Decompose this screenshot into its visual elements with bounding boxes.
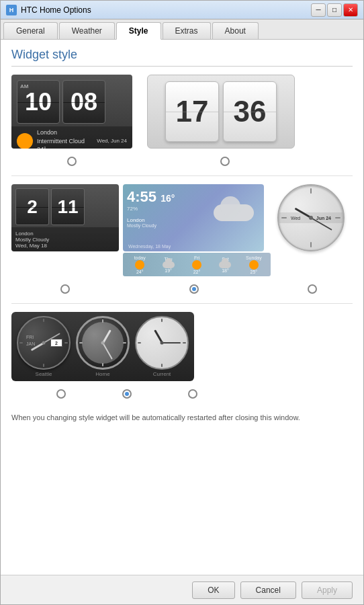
clock-date: Jun 24 <box>316 216 331 220</box>
widget-white-flip-clock[interactable]: 17 36 <box>147 75 295 149</box>
radio-weather-widget[interactable] <box>189 284 199 294</box>
restore-button[interactable]: □ <box>327 3 342 17</box>
widget-analog-clock[interactable]: Wed Jun 24 <box>277 184 345 251</box>
widget-row-3: 2 FRI JAN Seattle <box>11 312 353 381</box>
window-title: HTC Home Options <box>21 5 311 15</box>
page-title: Widget style <box>11 48 353 67</box>
am-label: AM <box>20 83 28 89</box>
tab-extras[interactable]: Extras <box>163 22 211 39</box>
tick-6 <box>310 242 312 247</box>
radio-home[interactable] <box>122 389 132 399</box>
separator-1 <box>11 175 353 176</box>
small-minute-digit: 11 <box>51 188 85 225</box>
forecast-sun-icon-2 <box>192 260 201 270</box>
small-location: London <box>15 231 49 237</box>
tab-about[interactable]: About <box>212 22 259 39</box>
widget-weather-clock[interactable]: 4:55 16° 72% London Mostly Cloudy <box>123 184 271 276</box>
weather-date-bottom: Wednesday, 18 May <box>128 244 259 249</box>
seattle-day: FRI <box>26 335 34 339</box>
radio-seattle[interactable] <box>56 389 66 399</box>
radio-row-2 <box>11 282 353 295</box>
weather-strip: London Intermittent Cloud 24° Wed, Jun 2… <box>11 126 132 149</box>
current-clock-col: Current <box>135 316 189 377</box>
widget-row-2: 2 11 London Mostly Cloudy Wed, May 18 <box>11 184 353 276</box>
small-hour-digit: 2 <box>15 188 49 225</box>
forecast-3: Fri 22° <box>184 255 210 274</box>
minimize-button[interactable]: ─ <box>311 3 326 17</box>
widget-small-dark-flip[interactable]: 2 11 London Mostly Cloudy Wed, May 18 <box>11 184 119 251</box>
widget-row-1: AM 10 08 London Intermittent Cloud 24° <box>11 75 353 149</box>
weather-location: London <box>127 217 175 223</box>
window: H HTC Home Options ─ □ ✕ General Weather… <box>0 0 364 605</box>
weather-text: London Intermittent Cloud 24° <box>37 128 85 149</box>
app-icon: H <box>6 5 17 15</box>
seattle-clock-col: 2 FRI JAN Seattle <box>17 316 71 377</box>
tick-9 <box>281 217 287 218</box>
small-date: Wed, May 18 <box>15 243 49 249</box>
dark-flip-clock-face: AM 10 08 London Intermittent Cloud 24° <box>11 75 132 149</box>
radio-current[interactable] <box>188 389 197 399</box>
home-center <box>101 341 105 345</box>
analog-clock-widget: Wed Jun 24 <box>277 184 345 251</box>
tab-weather[interactable]: Weather <box>59 22 115 39</box>
bottom-bar: OK Cancel Apply <box>1 575 363 604</box>
minute-digit: 08 <box>62 80 105 124</box>
weather-time-temp: 4:55 16° 72% London Mostly Cloudy <box>127 188 175 228</box>
temp-text: 24° <box>37 145 85 149</box>
weather-cloud-icon <box>210 194 257 221</box>
tab-style[interactable]: Style <box>116 22 161 40</box>
white-hour-digit: 17 <box>165 81 219 142</box>
info-text: When you changing style widget will be a… <box>11 412 353 424</box>
title-bar-buttons: ─ □ ✕ <box>311 3 358 17</box>
clock-day: Wed <box>291 216 300 220</box>
triple-clock-widget[interactable]: 2 FRI JAN Seattle <box>11 312 194 381</box>
forecast-sun-icon <box>135 260 144 270</box>
seattle-center <box>42 341 46 345</box>
current-center <box>161 341 164 345</box>
current-min-hand <box>162 342 181 344</box>
home-clock-col: Home <box>76 316 130 377</box>
clock-face: Wed Jun 24 <box>277 184 345 251</box>
radio-analog[interactable] <box>308 284 317 294</box>
clock-center <box>309 216 313 220</box>
tab-general[interactable]: General <box>3 22 58 39</box>
flip-digits: AM 10 08 <box>11 75 132 126</box>
apply-button[interactable]: Apply <box>302 581 353 599</box>
ok-button[interactable]: OK <box>192 581 234 599</box>
tab-bar: General Weather Style Extras About <box>1 19 363 40</box>
radio-small-dark[interactable] <box>60 284 70 294</box>
current-label: Current <box>153 371 171 377</box>
current-clock-face <box>135 316 189 370</box>
title-bar: H HTC Home Options ─ □ ✕ <box>1 1 363 19</box>
hour-digit: AM 10 <box>17 80 60 124</box>
weather-widget-main: 4:55 16° 72% London Mostly Cloudy <box>123 184 264 251</box>
seattle-date-window: 2 <box>50 339 62 347</box>
location-text: London <box>37 128 85 137</box>
weather-desc-main: Mostly Cloudy <box>127 223 175 228</box>
forecast-cloud-icon-2 <box>219 261 231 268</box>
home-clock-face <box>76 316 130 370</box>
forecast-1: today 24° <box>127 255 152 274</box>
seattle-date-num: 2 <box>55 341 58 346</box>
radio-white-flip[interactable] <box>220 157 230 166</box>
seattle-label: Seattle <box>36 371 52 377</box>
weather-time: 4:55 16° <box>127 188 175 206</box>
cancel-button[interactable]: Cancel <box>240 581 296 599</box>
forecast-sun-icon-3 <box>249 260 259 270</box>
white-minute-digit: 36 <box>223 81 277 142</box>
small-dark-flip-face: 2 11 London Mostly Cloudy Wed, May 18 <box>11 184 119 251</box>
small-desc: Mostly Cloudy <box>15 237 49 243</box>
forecast-cloud-icon <box>163 261 175 268</box>
separator-2 <box>11 303 353 304</box>
radio-row-1 <box>11 154 353 167</box>
tick-12 <box>310 188 312 194</box>
radio-row-3 <box>11 387 353 400</box>
home-label: Home <box>95 371 109 377</box>
widget-dark-flip-clock[interactable]: AM 10 08 London Intermittent Cloud 24° <box>11 75 132 149</box>
radio-dark-flip[interactable] <box>67 157 77 166</box>
close-button[interactable]: ✕ <box>343 3 358 17</box>
cloud-shape <box>214 204 254 221</box>
seattle-clock-face: 2 FRI JAN <box>17 316 71 370</box>
tick-3 <box>335 217 340 218</box>
seattle-month: JAN <box>26 341 35 346</box>
